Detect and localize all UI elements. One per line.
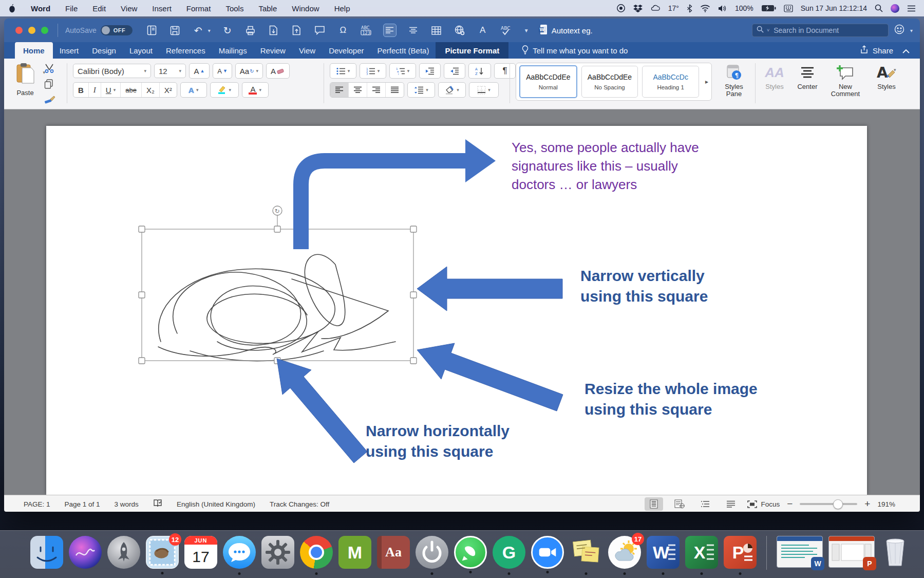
qat-more-caret[interactable]: ▼ bbox=[524, 28, 529, 33]
shading-button[interactable]: ▾ bbox=[438, 82, 466, 98]
dock-calendar-icon[interactable]: JUN 17 bbox=[184, 536, 217, 569]
format-painter-icon[interactable] bbox=[44, 95, 55, 106]
close-window-button[interactable] bbox=[15, 27, 23, 34]
tab-view[interactable]: View bbox=[292, 42, 322, 59]
increase-indent-button[interactable] bbox=[444, 63, 465, 79]
arrow-resize-whole-image[interactable] bbox=[417, 343, 563, 411]
tab-perfectit[interactable]: PerfectIt (Beta) bbox=[371, 42, 436, 59]
focus-mode-button[interactable]: Focus bbox=[747, 500, 780, 508]
show-paragraph-marks-button[interactable]: ¶ bbox=[494, 63, 516, 79]
dock-m-app-icon[interactable]: M bbox=[338, 536, 371, 569]
page-count[interactable]: Page 1 of 1 bbox=[65, 500, 100, 508]
siri-icon[interactable] bbox=[891, 4, 899, 13]
dock-power-app-icon[interactable] bbox=[416, 536, 448, 569]
feedback-caret[interactable]: ▾ bbox=[910, 28, 913, 33]
menu-window[interactable]: Window bbox=[292, 4, 319, 13]
borders-button[interactable]: ▾ bbox=[469, 82, 499, 98]
copy-icon[interactable] bbox=[44, 79, 55, 91]
font-size-combobox[interactable]: 12▾ bbox=[154, 64, 186, 78]
font-a-icon[interactable]: A bbox=[477, 24, 489, 36]
clear-formatting-button[interactable]: A bbox=[266, 63, 290, 79]
dock-siri-icon[interactable] bbox=[69, 536, 102, 569]
menu-format[interactable]: Format bbox=[186, 4, 211, 13]
strikethrough-button[interactable]: abe bbox=[121, 83, 142, 97]
print-icon[interactable] bbox=[244, 24, 257, 36]
menu-insert[interactable]: Insert bbox=[152, 4, 172, 13]
tab-picture-format[interactable]: Picture Format bbox=[436, 42, 508, 59]
dock-launchpad-icon[interactable] bbox=[107, 536, 140, 569]
image-selection-frame[interactable]: ↻ bbox=[139, 206, 417, 364]
style-heading-1[interactable]: AaBbCcDc Heading 1 bbox=[642, 66, 699, 98]
menu-help[interactable]: Help bbox=[334, 4, 350, 13]
font-name-combobox[interactable]: Calibri (Body)▾ bbox=[73, 64, 151, 78]
dock-stickies-icon[interactable] bbox=[570, 536, 602, 569]
web-options-icon[interactable] bbox=[454, 24, 466, 36]
new-comment-button[interactable]: New Comment bbox=[827, 64, 864, 98]
text-effects-button[interactable]: A▾ bbox=[180, 82, 207, 98]
menu-view[interactable]: View bbox=[121, 4, 137, 13]
autosave-switch[interactable]: OFF bbox=[101, 25, 133, 35]
input-source-icon[interactable] bbox=[784, 5, 793, 12]
justify-button[interactable] bbox=[386, 83, 404, 97]
menu-edit[interactable]: Edit bbox=[92, 4, 106, 13]
style-normal[interactable]: AaBbCcDdEe Normal bbox=[519, 65, 577, 98]
cut-icon[interactable] bbox=[44, 64, 55, 75]
search-in-document-field[interactable]: ˅ bbox=[752, 24, 889, 37]
signature-scribble-image[interactable] bbox=[158, 254, 395, 361]
align-center-quick-icon[interactable] bbox=[407, 24, 420, 36]
align-right-button[interactable] bbox=[367, 83, 386, 97]
styles-pane-button[interactable]: ¶ Styles Pane bbox=[719, 64, 749, 98]
dock-finder-icon[interactable] bbox=[30, 536, 63, 569]
dock-mail-icon[interactable]: 12 bbox=[146, 536, 179, 569]
style-no-spacing[interactable]: AaBbCcDdEe No Spacing bbox=[581, 66, 638, 98]
language-status[interactable]: English (United Kingdom) bbox=[177, 500, 255, 508]
tab-layout[interactable]: Layout bbox=[123, 42, 159, 59]
dock-system-preferences-icon[interactable] bbox=[261, 536, 294, 569]
undo-menu-caret[interactable]: ▾ bbox=[208, 28, 211, 33]
spotlight-search-icon[interactable] bbox=[875, 4, 883, 12]
change-case-button[interactable]: Aa↻▾ bbox=[235, 63, 263, 79]
arrow-narrow-vertically[interactable] bbox=[417, 267, 562, 311]
dock-dictionary-icon[interactable]: Aa bbox=[377, 536, 410, 569]
search-scope-caret[interactable]: ˅ bbox=[767, 28, 769, 33]
multilevel-list-button[interactable]: 1ai▾ bbox=[389, 63, 416, 79]
dock-whatsapp-icon[interactable] bbox=[454, 536, 487, 569]
share-label[interactable]: Share bbox=[873, 46, 893, 55]
handle-bottom-right[interactable] bbox=[410, 358, 417, 364]
feedback-smiley-icon[interactable] bbox=[894, 24, 905, 37]
zoom-level[interactable]: 191% bbox=[877, 500, 895, 508]
styles-brush-button[interactable]: A▾ Styles bbox=[870, 64, 903, 90]
zoom-in-button[interactable]: + bbox=[864, 498, 870, 510]
comment-icon[interactable] bbox=[314, 24, 326, 36]
collapse-ribbon-icon[interactable] bbox=[902, 46, 910, 55]
save-icon[interactable] bbox=[169, 24, 181, 36]
bullets-button[interactable]: ▾ bbox=[330, 63, 356, 79]
share-icon[interactable] bbox=[860, 45, 869, 55]
style-gallery-expand-icon[interactable]: ▸ bbox=[705, 78, 708, 85]
wifi-icon[interactable] bbox=[700, 5, 710, 12]
apple-menu-icon[interactable] bbox=[8, 4, 16, 13]
shrink-font-button[interactable]: A▼ bbox=[213, 63, 232, 79]
draft-view-button[interactable] bbox=[722, 497, 740, 511]
font-color-button[interactable]: A▾ bbox=[242, 82, 269, 98]
page-field[interactable]: PAGE: 1 bbox=[24, 500, 50, 508]
arrow-narrow-horizontally[interactable] bbox=[277, 359, 367, 463]
dock-powerpoint-icon[interactable]: P bbox=[724, 536, 757, 569]
menu-file[interactable]: File bbox=[65, 4, 78, 13]
tab-insert[interactable]: Insert bbox=[53, 42, 86, 59]
handle-top-right[interactable] bbox=[410, 226, 417, 232]
paste-button[interactable]: ▾ Paste bbox=[9, 63, 41, 97]
zoom-window-button[interactable] bbox=[41, 27, 48, 34]
record-target-icon[interactable] bbox=[616, 4, 626, 13]
word-count[interactable]: 3 words bbox=[115, 500, 139, 508]
zoom-out-button[interactable]: − bbox=[787, 498, 793, 510]
italic-button[interactable]: I bbox=[89, 83, 101, 97]
tab-home[interactable]: Home bbox=[15, 42, 53, 59]
tell-me-box[interactable]: Tell me what you want to do bbox=[522, 42, 628, 59]
proofing-status-icon[interactable] bbox=[153, 499, 162, 509]
undo-icon[interactable]: ↶ bbox=[192, 24, 204, 36]
volume-icon[interactable] bbox=[718, 5, 727, 12]
dock-word-icon[interactable]: W bbox=[647, 536, 680, 569]
web-layout-view-button[interactable] bbox=[670, 497, 689, 511]
superscript-button[interactable]: X² bbox=[160, 83, 177, 97]
